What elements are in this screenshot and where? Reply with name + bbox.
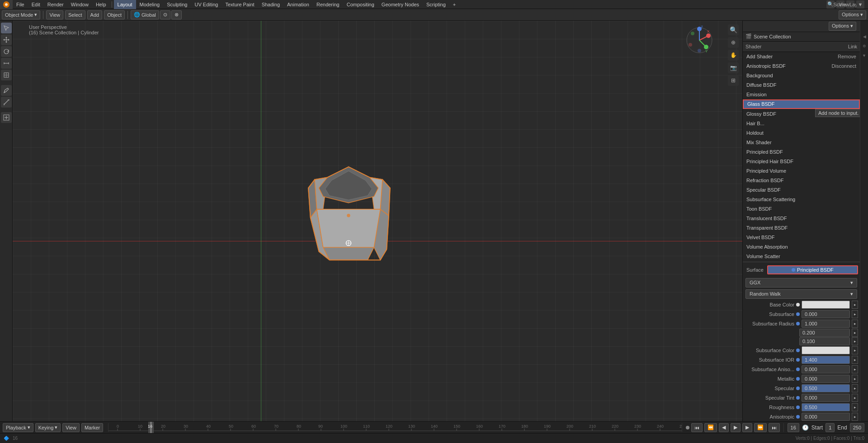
anisotropic-prop-field[interactable]: 0.000 (802, 413, 850, 421)
anisotropic-label[interactable]: Anisotropic BSDF (746, 63, 786, 69)
tab-animation[interactable]: Animation (283, 0, 313, 9)
tab-layout[interactable]: Layout (114, 0, 136, 9)
anisotropic-prop-arrow[interactable]: ▸ (852, 413, 858, 421)
subsurface-field[interactable]: 0.000 (802, 310, 850, 318)
specular-tint-arrow[interactable]: ▸ (852, 394, 858, 402)
start-frame-field[interactable]: 1 (826, 423, 835, 432)
mode-selector[interactable]: Object Mode ▾ (2, 10, 40, 19)
filter-icon-right[interactable]: ▼ (862, 53, 867, 58)
subsurface-color-dot[interactable] (796, 349, 800, 352)
subsurface-ior-field[interactable]: 1.400 (802, 356, 850, 364)
camera-btn[interactable]: 📷 (728, 62, 739, 73)
properties-icon[interactable]: ⊕ (862, 44, 867, 48)
base-color-arrow[interactable]: ▸ (852, 301, 858, 309)
menu-help[interactable]: Help (92, 0, 110, 9)
transform-global[interactable]: 🌐 Global (131, 10, 159, 19)
tab-compositing[interactable]: Compositing (343, 0, 378, 9)
end-frame-field[interactable]: 250 (850, 423, 864, 432)
roughness-dot[interactable] (796, 405, 800, 409)
subsurface-radius-arrow-2[interactable]: ▸ (852, 329, 858, 337)
status-scene-icon[interactable]: 🔷 (4, 436, 9, 441)
menu-window[interactable]: Window (67, 0, 92, 9)
options-dropdown[interactable]: Options ▾ (829, 22, 856, 31)
base-color-field[interactable] (802, 301, 850, 309)
specular-tint-dot[interactable] (796, 396, 800, 400)
prev-keyframe-btn[interactable]: ⏪ (704, 423, 717, 432)
subsurface-radius-arrow-3[interactable]: ▸ (852, 337, 858, 345)
current-frame-field[interactable]: 16 (788, 423, 799, 432)
subsurface-aniso-field[interactable]: 0.000 (802, 365, 850, 373)
subsurface-ior-dot[interactable] (796, 358, 800, 362)
object-btn[interactable]: Object (104, 10, 125, 19)
tool-scale[interactable] (1, 58, 12, 69)
select-btn[interactable]: Select (65, 10, 85, 19)
menu-edit[interactable]: Edit (28, 0, 44, 9)
specular-prop-field[interactable]: 0.500 (802, 384, 850, 392)
menu-holdout[interactable]: Holdout (743, 128, 860, 137)
blender-logo[interactable] (0, 0, 13, 9)
viewlayer-selector[interactable]: ViewLayer (846, 0, 854, 9)
filter-icon[interactable]: ▼ (856, 0, 864, 9)
subsurface-radius-field-3[interactable]: 0.100 (799, 337, 850, 345)
menu-refraction[interactable]: Refraction BSDF (743, 175, 860, 185)
metallic-arrow[interactable]: ▸ (852, 375, 858, 383)
zoom-out-btn[interactable]: ⊕ (728, 37, 739, 48)
menu-render[interactable]: Render (44, 0, 67, 9)
tab-rendering[interactable]: Rendering (313, 0, 343, 9)
menu-translucent[interactable]: Translucent BSDF (743, 213, 860, 223)
jump-end-btn[interactable]: ⏭ (769, 423, 780, 432)
menu-volume-scatter[interactable]: Volume Scatter (743, 251, 860, 261)
surface-shader-btn[interactable]: Principled BSDF (767, 265, 858, 274)
tool-measure[interactable] (1, 97, 12, 108)
3d-viewport[interactable]: User Perspective (16) Scene Collection |… (13, 21, 742, 421)
menu-subsurface-scattering[interactable]: Subsurface Scattering (743, 194, 860, 204)
subsurface-arrow[interactable]: ▸ (852, 310, 858, 318)
menu-principled[interactable]: Principled BSDF (743, 147, 860, 156)
tab-texture-paint[interactable]: Texture Paint (222, 0, 258, 9)
add-btn[interactable]: Add (87, 10, 103, 19)
keying-btn[interactable]: Keying ▾ (35, 423, 61, 432)
menu-specular[interactable]: Specular BSDF (743, 185, 860, 194)
perspective-btn[interactable]: ⊞ (728, 75, 739, 86)
collapse-btn[interactable]: ◀ (862, 34, 867, 39)
tab-geometry-nodes[interactable]: Geometry Nodes (378, 0, 423, 9)
metallic-field[interactable]: 0.000 (802, 375, 850, 383)
menu-hair[interactable]: Hair B... (743, 118, 860, 128)
anisotropic-prop-dot[interactable] (796, 415, 800, 419)
menu-toon[interactable]: Toon BSDF (743, 204, 860, 213)
menu-glass[interactable]: Glass BSDF (743, 99, 860, 109)
tool-add-object[interactable] (1, 112, 12, 123)
snap-toggle[interactable]: ⊙ (160, 10, 170, 19)
view-btn-tl[interactable]: View (62, 423, 80, 432)
tool-transform[interactable] (1, 70, 12, 80)
menu-diffuse[interactable]: Diffuse BSDF (743, 80, 860, 90)
play-btn[interactable]: ▶ (731, 423, 741, 432)
specular-prop-arrow[interactable]: ▸ (852, 384, 858, 392)
tab-add[interactable]: + (449, 0, 459, 9)
menu-mix-shader[interactable]: Mix Shader (743, 137, 860, 147)
step-back-btn[interactable]: ◀ (719, 423, 729, 432)
roughness-arrow[interactable]: ▸ (852, 403, 858, 411)
menu-volume-absorption[interactable]: Volume Absorption (743, 242, 860, 251)
tab-scripting[interactable]: Scripting (423, 0, 449, 9)
menu-emission[interactable]: Emission (743, 90, 860, 99)
step-forward-btn[interactable]: ▶ (742, 423, 752, 432)
view-hand-btn[interactable]: ✋ (728, 50, 739, 61)
subsurface-dot[interactable] (796, 312, 800, 316)
jump-start-btn[interactable]: ⏮ (691, 423, 703, 432)
subsurface-aniso-dot[interactable] (796, 368, 800, 371)
subsurface-color-field[interactable] (802, 346, 850, 354)
tab-sculpting[interactable]: Sculpting (163, 0, 191, 9)
menu-principled-volume[interactable]: Principled Volume (743, 166, 860, 175)
zoom-in-btn[interactable]: 🔍 (728, 24, 739, 35)
subsurface-radius-field-1[interactable]: 1.000 (802, 320, 850, 328)
options-btn[interactable]: Options ▾ (839, 10, 866, 19)
marker-btn[interactable]: Marker (81, 423, 103, 432)
proportional-edit[interactable]: ⊗ (171, 10, 182, 19)
base-color-dot[interactable] (796, 303, 800, 306)
menu-glossy[interactable]: Glossy BSDF Add node to input. (743, 109, 860, 118)
subsurface-ior-arrow[interactable]: ▸ (852, 356, 858, 364)
sss-method-dropdown[interactable]: Random Walk ▾ (745, 289, 857, 299)
subsurface-aniso-arrow[interactable]: ▸ (852, 365, 858, 373)
add-shader-label[interactable]: Add Shader (746, 54, 773, 59)
